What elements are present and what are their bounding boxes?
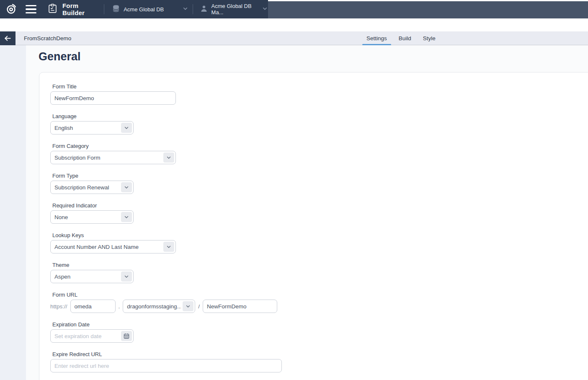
form-category-field: Form Category Subscription Form (50, 143, 588, 164)
theme-label: Theme (52, 262, 588, 268)
tab-build[interactable]: Build (399, 31, 411, 45)
back-button[interactable] (0, 31, 15, 45)
chevron-down-icon (121, 123, 132, 133)
url-protocol-text: https:// (50, 303, 67, 310)
form-title-label: Form Title (52, 83, 588, 90)
database-selector[interactable]: Acme Global DB (109, 0, 188, 18)
expiration-date-field: Expiration Date Set expiration date (50, 321, 588, 343)
chevron-down-icon (121, 271, 132, 282)
language-select[interactable]: English (50, 121, 134, 134)
nav-divider (193, 4, 193, 14)
lookup-keys-field: Lookup Keys Account Number AND Last Name (50, 232, 588, 253)
language-field: Language English (50, 113, 588, 134)
form-url-field: Form URL https:// . dragonformsstaging..… (50, 292, 588, 313)
general-settings-card: Form Title Language English Form Categor… (39, 72, 588, 380)
header-gap (0, 18, 588, 31)
url-domain-select[interactable]: dragonformsstaging.... (123, 300, 195, 313)
required-indicator-select[interactable]: None (50, 210, 134, 224)
expire-redirect-url-input[interactable] (50, 359, 282, 372)
language-label: Language (52, 113, 588, 119)
chevron-down-icon (163, 153, 174, 163)
chevron-down-icon (182, 5, 188, 13)
form-url-label: Form URL (52, 292, 588, 298)
form-type-label: Form Type (52, 173, 588, 179)
theme-field: Theme Aspen (50, 262, 588, 283)
main-panel: General Form Title Language English Form… (26, 45, 588, 380)
person-icon (201, 5, 207, 14)
expiration-date-label: Expiration Date (52, 321, 588, 328)
form-category-label: Form Category (52, 143, 588, 149)
form-name-breadcrumb: FromScratchDemo (24, 35, 71, 41)
content-area: General Form Title Language English Form… (0, 45, 588, 380)
expire-redirect-url-field: Expire Redirect URL (50, 351, 588, 372)
top-nav-left: Form Builder Acme Global DB (0, 0, 268, 18)
form-url-row: https:// . dragonformsstaging.... / (50, 300, 588, 313)
page-title: General (39, 51, 588, 62)
lookup-keys-select[interactable]: Account Number AND Last Name (50, 240, 176, 253)
user-selector-label: Acme Global DB Ma... (211, 3, 262, 16)
url-subdomain-input[interactable] (70, 300, 116, 313)
url-dot-separator: . (119, 303, 120, 310)
expire-redirect-url-label: Expire Redirect URL (52, 351, 588, 357)
theme-select[interactable]: Aspen (50, 270, 134, 283)
required-indicator-field: Required Indicator None (50, 202, 588, 224)
form-type-select[interactable]: Subscription Renewal (50, 181, 134, 194)
chevron-down-icon (163, 242, 174, 252)
tab-settings[interactable]: Settings (366, 31, 387, 45)
url-slash-separator: / (198, 303, 200, 310)
form-builder-icon (48, 4, 57, 15)
url-path-input[interactable] (203, 300, 277, 313)
chevron-down-icon (262, 5, 268, 13)
app-title: Form Builder (62, 2, 100, 16)
arrow-left-icon (4, 35, 12, 42)
chevron-down-icon (121, 212, 132, 222)
database-selector-label: Acme Global DB (124, 6, 164, 13)
calendar-icon[interactable] (121, 331, 132, 341)
menu-hamburger-icon[interactable] (26, 5, 36, 13)
nav-divider (104, 4, 104, 14)
form-title-field: Form Title (50, 83, 588, 105)
required-indicator-label: Required Indicator (52, 202, 588, 209)
user-selector[interactable]: Acme Global DB Ma... (197, 0, 268, 18)
chevron-down-icon (183, 301, 193, 311)
top-nav-right-fill (268, 1, 588, 18)
tab-style[interactable]: Style (423, 31, 436, 45)
form-type-field: Form Type Subscription Renewal (50, 173, 588, 194)
top-nav-bar: Form Builder Acme Global DB (0, 0, 588, 18)
lookup-keys-label: Lookup Keys (52, 232, 588, 238)
app-title-block: Form Builder (48, 2, 100, 16)
toolbar-tabs: Settings Build Style (366, 31, 436, 45)
left-sidebar-strip (0, 45, 26, 380)
expiration-date-input[interactable]: Set expiration date (50, 329, 134, 343)
chevron-down-icon (121, 182, 132, 192)
omeda-logo-icon[interactable] (5, 3, 17, 15)
form-toolbar: FromScratchDemo Settings Build Style (0, 31, 588, 45)
database-icon (113, 5, 119, 14)
form-category-select[interactable]: Subscription Form (50, 151, 176, 164)
form-title-input[interactable] (50, 91, 176, 105)
